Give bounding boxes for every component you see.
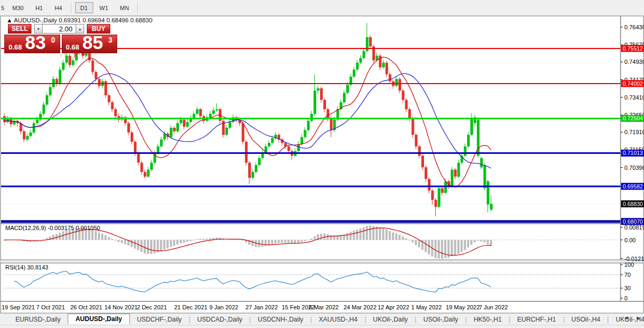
- tab-hk50-h1[interactable]: HK50-,H1: [467, 315, 509, 324]
- chart-window-frame: [1, 16, 643, 313]
- rsi-label: RSI(14) 30.8143: [5, 264, 48, 270]
- tab-scroll-left-button[interactable]: ◄: [624, 315, 629, 321]
- rsi-tick-label: 70: [624, 272, 631, 278]
- mt4-terminal: 5M30H1H4D1W1MN 0.764300.756700.749300.74…: [0, 0, 644, 328]
- tab-scroll-controls: ◄ ►: [624, 315, 641, 321]
- tab-usoil-daily[interactable]: USOil-,Daily: [417, 315, 465, 324]
- volume-input[interactable]: [43, 24, 76, 34]
- price-level-label: 0.74002: [623, 80, 643, 87]
- sell-price-big-digits: 83: [25, 32, 46, 53]
- trade-prices-row: 0.68 83 0 0.68 85 3: [4, 35, 119, 53]
- status-strip: [0, 325, 644, 328]
- triangle-down-icon: ▼: [37, 27, 40, 31]
- date-label: 7 Jun 2022: [479, 304, 508, 310]
- rsi-tick-label: 100: [624, 261, 634, 268]
- one-click-trade-panel: SELL ▼ ▲ BUY 0.68 83 0 0.68 85 3: [4, 24, 119, 53]
- date-label: 1 May 2022: [411, 304, 442, 310]
- chart-tab-bar: EURUSD-,DailyAUDUSD-,DailyUSDCHF-,Daily|…: [0, 314, 644, 325]
- buy-price-big-digits: 85: [83, 32, 103, 53]
- date-label: 9 Jan 2022: [209, 304, 238, 310]
- buy-price-prefix: 0.68: [66, 43, 79, 51]
- macd-tick-label: -0.012123: [624, 256, 644, 262]
- rsi-tick-label: 0: [624, 295, 627, 301]
- chart-ohlc-info: ▲ AUDUSD-,Daily 0.69391 0.69694 0.68496 …: [6, 17, 152, 23]
- date-label: 21 Dec 2021: [174, 304, 207, 310]
- sell-price-box[interactable]: 0.68 83 0: [4, 35, 60, 53]
- date-label: 19 Sep 2021: [2, 304, 35, 310]
- date-label: 24 Mar 2022: [344, 304, 377, 310]
- tab-eurusd-daily[interactable]: EURUSD-,Daily: [9, 315, 68, 324]
- price-level-label: 0.69582: [623, 183, 643, 190]
- sell-price-prefix: 0.68: [9, 43, 22, 51]
- price-tick-label: 0.71910: [624, 129, 644, 135]
- macd-tick-label: 0.008197: [624, 224, 644, 231]
- date-label: 12 Apr 2022: [378, 304, 409, 310]
- tab-usdcad-daily[interactable]: USDCAD-,Daily: [190, 315, 249, 324]
- price-tick-label: 0.74930: [624, 59, 644, 65]
- buy-price-box[interactable]: 0.68 85 3: [62, 35, 118, 53]
- tab-usdchf-daily[interactable]: USDCHF-,Daily: [130, 315, 189, 324]
- date-label: 19 May 2022: [446, 304, 480, 310]
- tab-audusd-daily[interactable]: AUDUSD-,Daily: [68, 314, 130, 324]
- macd-tick-label: 0.00: [624, 237, 635, 243]
- date-label: 2 Dec 2021: [137, 304, 167, 310]
- tab-usdcnh-daily[interactable]: USDCNH-,Daily: [251, 315, 310, 324]
- macd-label: MACD(12,26,9) -0.003175 0.001050: [5, 225, 100, 231]
- tab-xauusd-h4[interactable]: XAUUSD-,H4: [312, 315, 364, 324]
- date-label: 6 Mar 2022: [309, 304, 339, 310]
- tab-ukoil-daily[interactable]: UKOil-,Daily: [366, 315, 414, 324]
- price-tick-label: 0.73410: [624, 94, 644, 101]
- date-label: 7 Oct 2021: [36, 304, 65, 310]
- price-tick-label: 0.76430: [624, 24, 644, 30]
- tab-usoil-h4[interactable]: USOil-,H4: [565, 315, 607, 324]
- price-level-label: 0.75512: [623, 45, 643, 52]
- price-level-label: 0.72504: [623, 115, 643, 121]
- rsi-tick-label: 30: [624, 285, 631, 291]
- chart-tabs: EURUSD-,DailyAUDUSD-,DailyUSDCHF-,Daily|…: [9, 314, 644, 325]
- date-label: 26 Oct 2021: [70, 304, 102, 310]
- date-label: 14 Nov 2021: [104, 304, 137, 310]
- triangle-up-icon: ▲: [78, 27, 82, 31]
- sell-price-pipette: 0: [51, 36, 55, 44]
- date-label: 27 Jan 2022: [246, 304, 278, 310]
- panel-splitter[interactable]: [1, 260, 643, 263]
- price-level-label: 0.71013: [623, 150, 643, 156]
- tab-eurchf-h1[interactable]: EURCHF-,H1: [510, 315, 563, 324]
- price-level-label: 0.68830: [623, 201, 643, 207]
- tab-scroll-right-button[interactable]: ►: [636, 315, 641, 321]
- price-tick-label: 0.70390: [624, 165, 644, 171]
- buy-price-pipette: 3: [108, 36, 112, 44]
